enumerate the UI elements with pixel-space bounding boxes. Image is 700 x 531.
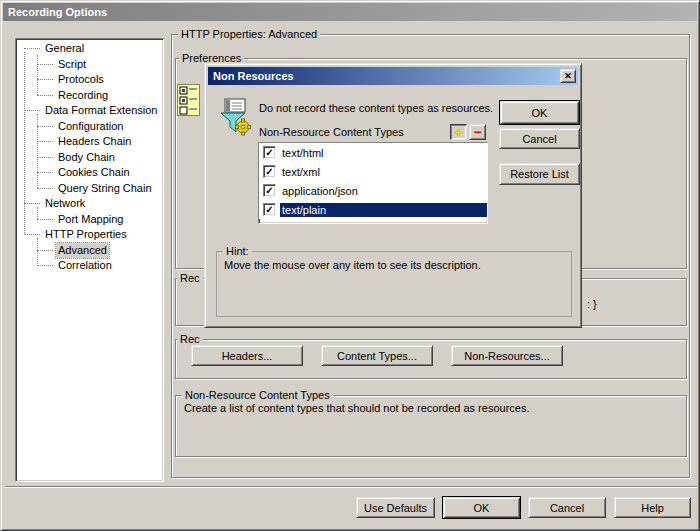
help-button-label: Help (641, 502, 664, 514)
cancel-button[interactable]: Cancel (528, 497, 606, 518)
checkbox-icon[interactable]: ✓ (263, 184, 276, 197)
nav-tree-panel: GeneralScriptProtocolsRecordingData Form… (15, 38, 164, 482)
remove-content-type-button[interactable]: − (469, 124, 486, 140)
tree-item-label: Protocols (56, 72, 106, 88)
dialog-ok-button[interactable]: OK (499, 100, 580, 125)
tree-connector-line (37, 114, 38, 188)
headers-button-label: Headers... (222, 350, 273, 362)
tree-item-label: Script (56, 57, 88, 73)
plus-icon: + (455, 125, 463, 140)
tree-item-body-chain[interactable]: Body Chain (18, 150, 161, 166)
recording-buttons-group-label: Rec (177, 333, 203, 345)
checkbox-icon[interactable]: ✓ (263, 146, 276, 159)
tree-item-http-properties[interactable]: HTTP Properties (18, 227, 161, 243)
non-resources-dialog: Non Resources ✕ Do not record these cont… (204, 63, 582, 328)
page-title: HTTP Properties: Advanced (178, 28, 320, 40)
help-button[interactable]: Help (614, 497, 691, 518)
list-item-text-xml[interactable]: ✓text/xml (259, 162, 487, 181)
checkbox-icon[interactable]: ✓ (263, 165, 276, 178)
tree-connector-line (37, 207, 38, 219)
list-label: Non-Resource Content Types (259, 126, 404, 138)
tree-item-cookies-chain[interactable]: Cookies Chain (18, 165, 161, 181)
footer-separator (5, 486, 697, 488)
window-title: Recording Options (8, 6, 107, 18)
dialog-instruction: Do not record these content types as res… (259, 102, 499, 114)
restore-list-button[interactable]: Restore List (499, 163, 580, 185)
list-item-text-html[interactable]: ✓text/html (259, 143, 487, 162)
minus-icon: − (473, 124, 481, 140)
dialog-cancel-button-label: Cancel (522, 133, 556, 145)
content-types-button[interactable]: Content Types... (321, 345, 433, 366)
tree-connector-line (24, 52, 25, 235)
tree-item-label: Cookies Chain (56, 165, 132, 181)
cancel-button-label: Cancel (550, 502, 584, 514)
list-item-application-json[interactable]: ✓application/json (259, 181, 487, 200)
content-types-button-label: Content Types... (337, 350, 417, 362)
tree-item-label: Body Chain (56, 150, 117, 166)
tree-item-label: Network (43, 196, 87, 212)
non-resource-description-text: Create a list of content types that shou… (184, 402, 678, 414)
tree-item-correlation[interactable]: Correlation (18, 258, 161, 274)
add-content-type-button[interactable]: + (450, 124, 467, 140)
tree-item-label: HTTP Properties (43, 227, 129, 243)
non-resources-button[interactable]: Non-Resources... (451, 345, 563, 366)
dialog-title: Non Resources (213, 70, 294, 82)
tree-item-label: Headers Chain (56, 134, 133, 150)
use-defaults-button-label: Use Defaults (364, 502, 427, 514)
preferences-options-icon (177, 84, 200, 116)
non-resources-button-label: Non-Resources... (464, 350, 550, 362)
dialog-ok-button-label: OK (532, 107, 548, 119)
obscured-text-fragment: : } (587, 298, 597, 310)
use-defaults-button[interactable]: Use Defaults (356, 497, 435, 518)
ok-button[interactable]: OK (442, 496, 521, 519)
tree-item-headers-chain[interactable]: Headers Chain (18, 134, 161, 150)
tree-item-label: Correlation (56, 258, 114, 274)
hint-group-label: Hint: (223, 245, 252, 257)
tree-item-label: Query String Chain (56, 181, 154, 197)
hint-group: Hint: Move the mouse over any item to se… (216, 251, 572, 317)
tree-item-protocols[interactable]: Protocols (18, 72, 161, 88)
ok-button-label: OK (474, 502, 490, 514)
tree-item-query-string-chain[interactable]: Query String Chain (18, 181, 161, 197)
tree-item-label: Recording (56, 88, 110, 104)
tree-item-label: Configuration (56, 119, 125, 135)
content-type-list: ✓text/html✓text/xml✓application/json✓tex… (258, 142, 488, 224)
tree-item-general[interactable]: General (18, 41, 161, 57)
list-item-label: application/json (280, 184, 487, 198)
close-button[interactable]: ✕ (560, 69, 576, 83)
dialog-cancel-button[interactable]: Cancel (499, 128, 580, 149)
list-item-label: text/plain (280, 203, 487, 217)
tree-item-advanced[interactable]: Advanced (18, 243, 161, 259)
tree-item-label: Port Mapping (56, 212, 125, 228)
tree-item-network[interactable]: Network (18, 196, 161, 212)
recording-group-obscured-label: Rec (177, 272, 203, 284)
tree-item-configuration[interactable]: Configuration (18, 119, 161, 135)
tree-item-data-format-extension[interactable]: Data Format Extension (18, 103, 161, 119)
list-item-label: text/xml (280, 165, 487, 179)
tree-item-label: Data Format Extension (43, 103, 160, 119)
filter-content-icon (218, 98, 252, 136)
list-item-label: text/html (280, 146, 487, 160)
headers-button[interactable]: Headers... (191, 345, 303, 366)
tree-item-label: Advanced (56, 243, 109, 259)
hint-text: Move the mouse over any item to see its … (224, 259, 564, 271)
nav-tree: GeneralScriptProtocolsRecordingData Form… (18, 41, 161, 479)
close-icon: ✕ (564, 71, 572, 81)
non-resource-description-group-label: Non-Resource Content Types (182, 389, 333, 401)
dialog-titlebar[interactable]: Non Resources ✕ (208, 67, 578, 85)
non-resource-description-group: Non-Resource Content Types Create a list… (175, 395, 687, 457)
checkbox-icon[interactable]: ✓ (263, 203, 276, 216)
tree-connector-line (37, 55, 38, 95)
tree-item-script[interactable]: Script (18, 57, 161, 73)
tree-item-recording[interactable]: Recording (18, 88, 161, 104)
restore-list-button-label: Restore List (510, 168, 569, 180)
window-titlebar[interactable]: Recording Options (3, 3, 697, 21)
recording-options-window: Recording Options GeneralScriptProtocols… (0, 0, 700, 531)
tree-connector-line (37, 238, 38, 266)
tree-item-label: General (43, 41, 86, 57)
list-item-text-plain[interactable]: ✓text/plain (259, 200, 487, 219)
tree-item-port-mapping[interactable]: Port Mapping (18, 212, 161, 228)
